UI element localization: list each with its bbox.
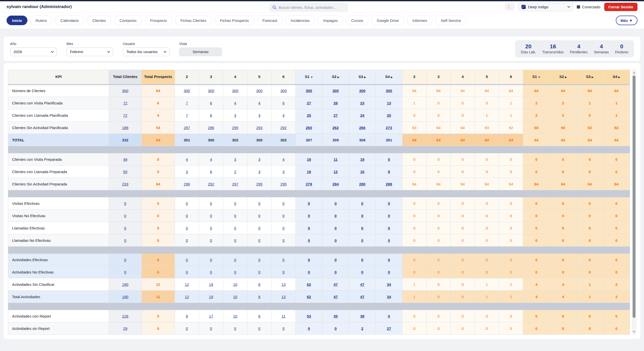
view-mode-button[interactable]: Semanas <box>179 48 222 56</box>
vertical-scrollbar[interactable]: ▲ ▼ <box>632 70 636 335</box>
value-link[interactable]: 0 <box>210 201 212 206</box>
value-link[interactable]: 266 <box>359 126 365 130</box>
value-link[interactable]: 11 <box>282 314 286 318</box>
value-link[interactable]: 0 <box>186 258 188 262</box>
value-link[interactable]: 0 <box>282 214 284 218</box>
value-link[interactable]: 0 <box>334 238 336 243</box>
value-link[interactable]: 278 <box>306 182 312 186</box>
value-link[interactable]: 0 <box>234 226 236 230</box>
dark-mode-toggle[interactable]: ☾ <box>505 3 514 11</box>
value-link[interactable]: 72 <box>123 101 127 105</box>
value-link[interactable]: 0 <box>124 214 126 218</box>
value-link[interactable]: 3 <box>258 157 260 162</box>
value-link[interactable]: 4 <box>234 101 236 105</box>
value-link[interactable]: 6 <box>210 101 212 105</box>
value-link[interactable]: 13 <box>281 282 286 287</box>
value-link[interactable]: 0 <box>388 201 390 206</box>
value-link[interactable]: 0 <box>308 226 310 230</box>
value-link[interactable]: 262 <box>332 126 339 130</box>
value-link[interactable]: 0 <box>186 270 188 274</box>
value-link[interactable]: 0 <box>308 201 310 206</box>
value-link[interactable]: 0 <box>334 214 336 218</box>
value-link[interactable]: 0 <box>258 201 260 206</box>
col-header-prospect-week-s2[interactable]: S2▶ <box>550 70 577 85</box>
value-link[interactable]: 6 <box>282 101 284 105</box>
value-link[interactable]: 0 <box>234 270 236 274</box>
value-link[interactable]: 300 <box>359 89 365 93</box>
value-link[interactable]: 188 <box>122 126 128 130</box>
tab-prospects[interactable]: Prospects <box>145 16 173 25</box>
value-link[interactable]: 0 <box>258 226 260 230</box>
value-link[interactable]: 0 <box>210 258 212 262</box>
value-link[interactable]: 0 <box>210 238 212 243</box>
value-link[interactable]: 286 <box>208 126 214 130</box>
value-link[interactable]: 8 <box>210 170 212 174</box>
month-select[interactable]: Febrero <box>66 48 113 56</box>
value-link[interactable]: 0 <box>210 214 212 218</box>
value-link[interactable]: 25 <box>307 113 311 118</box>
value-link[interactable]: 297 <box>232 182 238 186</box>
value-link[interactable]: 27 <box>333 113 338 118</box>
value-link[interactable]: 47 <box>360 282 364 287</box>
value-link[interactable]: 0 <box>124 270 126 274</box>
value-link[interactable]: 296 <box>184 182 190 186</box>
value-link[interactable]: 0 <box>124 238 126 243</box>
value-link[interactable]: 300 <box>306 89 312 93</box>
value-link[interactable]: 273 <box>386 126 392 130</box>
value-link[interactable]: 0 <box>308 258 310 262</box>
value-link[interactable]: 288 <box>386 182 392 186</box>
value-link[interactable]: 0 <box>388 258 390 262</box>
value-link[interactable]: 9 <box>186 314 188 318</box>
tab-self-service[interactable]: Self-Service <box>435 16 467 25</box>
tab-forecast[interactable]: Forecast <box>257 16 283 25</box>
value-link[interactable]: 300 <box>184 89 190 93</box>
value-link[interactable]: 0 <box>308 214 310 218</box>
value-link[interactable]: 3 <box>282 170 284 174</box>
value-link[interactable]: 34 <box>387 282 391 287</box>
value-link[interactable]: 0 <box>234 326 236 331</box>
value-link[interactable]: 0 <box>234 238 236 243</box>
value-link[interactable]: 292 <box>280 126 287 130</box>
value-link[interactable]: 5 <box>388 157 390 162</box>
value-link[interactable]: 0 <box>388 314 390 318</box>
value-link[interactable]: 0 <box>258 238 260 243</box>
value-link[interactable]: 12 <box>333 170 338 174</box>
value-link[interactable]: 50 <box>123 170 127 174</box>
value-link[interactable]: 9 <box>388 170 390 174</box>
value-link[interactable]: 0 <box>282 326 284 331</box>
value-link[interactable]: 49 <box>123 157 127 162</box>
theme-select[interactable]: Deep Indigo <box>518 3 573 11</box>
value-link[interactable]: 0 <box>186 326 188 331</box>
value-link[interactable]: 293 <box>256 126 262 130</box>
value-link[interactable]: 0 <box>388 270 390 274</box>
value-link[interactable]: 0 <box>361 270 363 274</box>
value-link[interactable]: 0 <box>282 226 284 230</box>
col-header-prospect-week-s1[interactable]: S1▼ <box>523 70 550 85</box>
year-select[interactable]: 2026 <box>10 48 57 56</box>
value-link[interactable]: 0 <box>388 226 390 230</box>
search-input[interactable] <box>270 4 348 11</box>
value-link[interactable]: 2 <box>234 170 236 174</box>
value-link[interactable]: 47 <box>333 282 338 287</box>
value-link[interactable]: 6 <box>258 314 260 318</box>
value-link[interactable]: 0 <box>124 201 126 206</box>
tab-fichas-clientes[interactable]: Fichas Clientes <box>175 16 212 25</box>
value-link[interactable]: 0 <box>308 326 310 331</box>
value-link[interactable]: 10 <box>233 282 237 287</box>
value-link[interactable]: 0 <box>258 258 260 262</box>
value-link[interactable]: 0 <box>124 258 126 262</box>
value-link[interactable]: 8 <box>258 295 260 299</box>
value-link[interactable]: 0 <box>308 270 310 274</box>
value-link[interactable]: 0 <box>334 270 336 274</box>
value-link[interactable]: 0 <box>186 226 188 230</box>
value-link[interactable]: 300 <box>256 89 262 93</box>
more-button[interactable]: Más ▼ <box>616 16 637 25</box>
value-link[interactable]: 0 <box>210 270 212 274</box>
value-link[interactable]: 4 <box>282 113 284 118</box>
value-link[interactable]: 0 <box>361 258 363 262</box>
value-link[interactable]: 34 <box>387 295 391 299</box>
value-link[interactable]: 38 <box>360 314 364 318</box>
tab-inicio[interactable]: Inicio <box>7 16 27 25</box>
value-link[interactable]: 0 <box>258 326 260 331</box>
value-link[interactable]: 0 <box>361 226 363 230</box>
